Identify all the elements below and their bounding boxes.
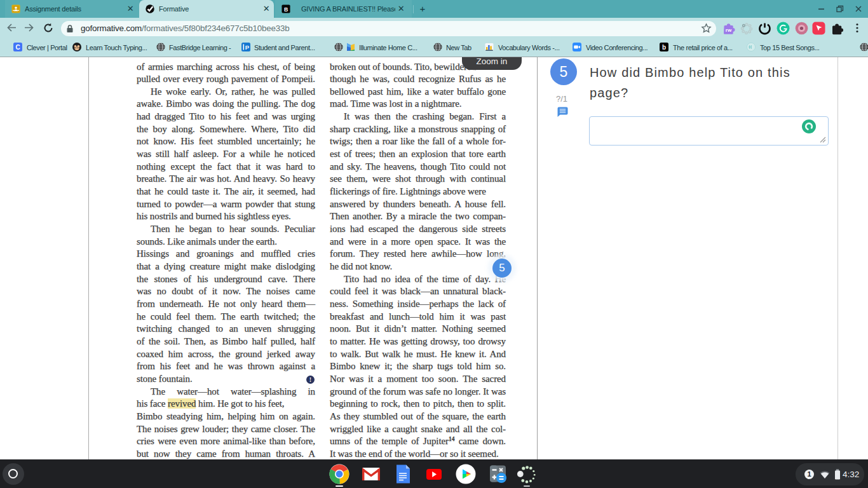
svg-text:B: B (284, 6, 288, 13)
svg-text:rw: rw (726, 27, 732, 33)
svg-text:P: P (245, 44, 250, 51)
svg-text:b: b (662, 44, 666, 51)
svg-text:C: C (15, 44, 20, 51)
